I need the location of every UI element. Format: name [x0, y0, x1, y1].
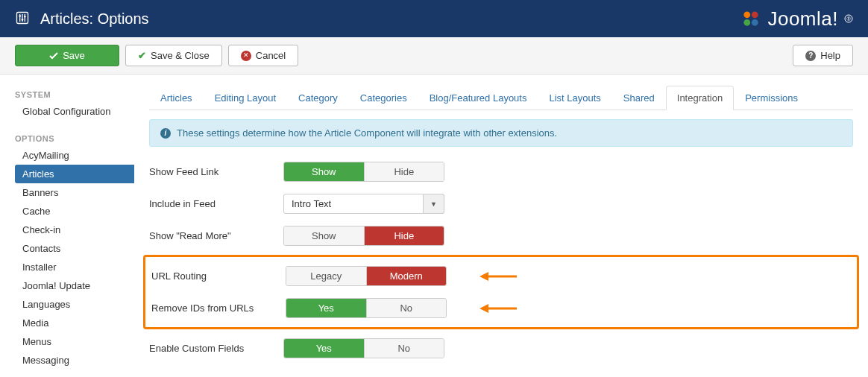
tab-permissions[interactable]: Permissions: [734, 86, 809, 110]
toggle-remove-ids[interactable]: Yes No: [286, 298, 447, 318]
tab-list-layouts[interactable]: List Layouts: [538, 86, 611, 110]
info-icon: i: [160, 128, 171, 139]
save-button[interactable]: Save: [15, 45, 119, 66]
sidebar-heading-options: OPTIONS: [15, 130, 134, 146]
opt-show[interactable]: Show: [284, 162, 364, 181]
tab-integration[interactable]: Integration: [666, 86, 734, 110]
label-feed-link: Show Feed Link: [149, 166, 283, 177]
sidebar-item-joomla-update[interactable]: Joomla! Update: [15, 276, 134, 295]
help-label: Help: [820, 50, 840, 61]
opt-yes[interactable]: Yes: [286, 299, 366, 317]
svg-point-9: [744, 19, 751, 26]
joomla-logo-icon: [740, 8, 761, 29]
svg-marker-16: [479, 304, 488, 313]
sidebar-item-check-in[interactable]: Check-in: [15, 221, 134, 239]
opt-yes[interactable]: Yes: [284, 339, 364, 358]
trademark-icon: ®: [844, 14, 853, 23]
tabs: ArticlesEditing LayoutCategoryCategories…: [149, 86, 853, 110]
toggle-url-routing[interactable]: Legacy Modern: [286, 266, 447, 286]
label-url-routing: URL Routing: [151, 270, 286, 282]
tab-articles[interactable]: Articles: [149, 86, 204, 110]
help-button[interactable]: ? Help: [793, 45, 853, 66]
sidebar-item-media[interactable]: Media: [15, 314, 134, 332]
svg-point-5: [22, 19, 24, 21]
annotation-arrow-icon: [479, 269, 517, 286]
opt-show[interactable]: Show: [284, 226, 364, 245]
sidebar: SYSTEM Global Configuration OPTIONS AcyM…: [0, 75, 134, 377]
toggle-feed-link[interactable]: Show Hide: [283, 162, 444, 182]
opt-modern[interactable]: Modern: [366, 267, 447, 285]
sidebar-item-cache[interactable]: Cache: [15, 202, 134, 221]
tab-shared[interactable]: Shared: [612, 86, 666, 110]
check-icon: ✔: [138, 50, 146, 61]
select-value[interactable]: Intro Text: [283, 194, 424, 214]
cancel-label: Cancel: [256, 50, 286, 61]
save-label: Save: [63, 50, 85, 61]
toolbar: Save ✔ Save & Close ✕ Cancel ? Help: [0, 37, 868, 75]
svg-marker-14: [479, 272, 488, 281]
brand-text: Joomla!: [767, 7, 838, 31]
check-icon: [49, 51, 58, 60]
sidebar-item-banners[interactable]: Banners: [15, 183, 134, 202]
tab-editing-layout[interactable]: Editing Layout: [204, 86, 287, 110]
label-read-more: Show "Read More": [149, 230, 283, 241]
main-panel: ArticlesEditing LayoutCategoryCategories…: [134, 75, 868, 377]
opt-hide[interactable]: Hide: [364, 162, 444, 181]
sidebar-heading-system: SYSTEM: [15, 86, 134, 102]
sidebar-item-global-config[interactable]: Global Configuration: [15, 102, 134, 121]
save-close-button[interactable]: ✔ Save & Close: [125, 45, 222, 66]
tab-blog-featured-layouts[interactable]: Blog/Featured Layouts: [418, 86, 538, 110]
cancel-button[interactable]: ✕ Cancel: [228, 45, 298, 66]
settings-sliders-icon: [15, 10, 30, 28]
svg-point-4: [19, 15, 21, 17]
opt-no[interactable]: No: [366, 299, 447, 317]
question-icon: ?: [805, 51, 816, 61]
toggle-custom-fields[interactable]: Yes No: [283, 338, 444, 358]
sidebar-item-acymailing[interactable]: AcyMailing: [15, 146, 134, 165]
sidebar-item-installer[interactable]: Installer: [15, 258, 134, 276]
info-bar: i These settings determine how the Artic…: [149, 119, 853, 147]
svg-point-6: [24, 16, 26, 18]
save-close-label: Save & Close: [151, 50, 210, 61]
sidebar-item-articles[interactable]: Articles: [15, 165, 134, 183]
svg-point-7: [744, 11, 751, 18]
opt-hide[interactable]: Hide: [364, 226, 444, 245]
close-icon: ✕: [241, 51, 251, 61]
sidebar-item-contacts[interactable]: Contacts: [15, 239, 134, 258]
opt-no[interactable]: No: [364, 339, 444, 358]
tab-categories[interactable]: Categories: [349, 86, 418, 110]
svg-point-8: [752, 11, 758, 18]
sidebar-item-menus[interactable]: Menus: [15, 332, 134, 351]
brand-logo: Joomla! ®: [740, 7, 853, 31]
tab-category[interactable]: Category: [287, 86, 349, 110]
svg-text:®: ®: [846, 16, 851, 22]
label-remove-ids: Remove IDs from URLs: [151, 302, 286, 314]
info-text: These settings determine how the Article…: [177, 127, 557, 139]
header: Articles: Options Joomla! ®: [0, 0, 868, 37]
svg-point-10: [752, 19, 758, 26]
label-include-feed: Include in Feed: [149, 198, 283, 209]
opt-legacy[interactable]: Legacy: [286, 267, 366, 285]
toggle-read-more[interactable]: Show Hide: [283, 226, 444, 246]
chevron-down-icon[interactable]: ▼: [424, 194, 444, 214]
annotation-highlight-box: URL Routing Legacy Modern Remove IDs fro…: [143, 255, 859, 329]
select-include-feed[interactable]: Intro Text ▼: [283, 194, 444, 214]
label-custom-fields: Enable Custom Fields: [149, 343, 283, 354]
page-title: Articles: Options: [40, 10, 149, 28]
sidebar-item-messaging[interactable]: Messaging: [15, 351, 134, 370]
annotation-arrow-icon: [479, 301, 517, 318]
sidebar-item-languages[interactable]: Languages: [15, 295, 134, 314]
